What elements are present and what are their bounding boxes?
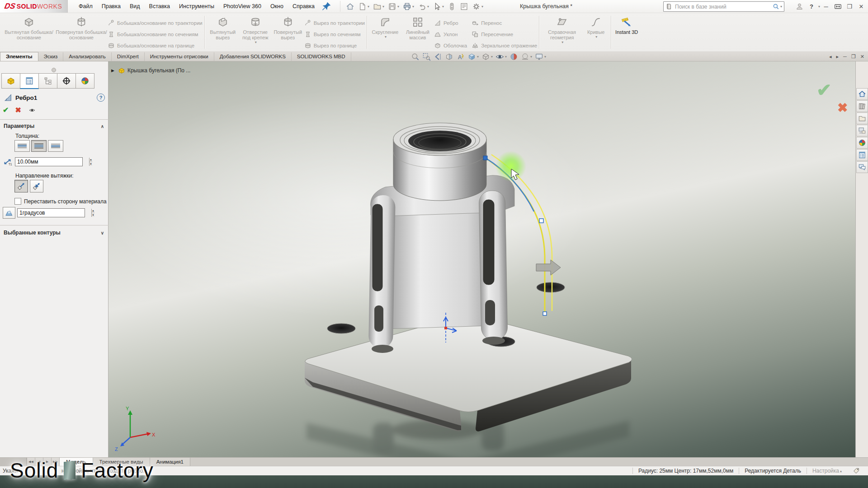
ok-button[interactable]: ✔ — [3, 106, 9, 114]
thickness-both-button[interactable] — [31, 140, 47, 152]
swept-boss-button[interactable]: Бобышка/основание по траектории — [108, 17, 203, 28]
linear-pattern-button[interactable]: Линейный массив — [401, 15, 434, 40]
user-account-button[interactable] — [794, 0, 806, 12]
taskpane-home-button[interactable] — [856, 88, 868, 100]
thickness-input[interactable] — [15, 159, 89, 165]
graphics-viewport[interactable]: Y X Z ▶ Крышка бугельная (По ... ✔ ✖ — [108, 61, 855, 457]
taskpane-design-library-button[interactable] — [856, 113, 868, 124]
3d-model-scene[interactable]: Y X Z — [108, 61, 855, 457]
confirm-cancel-button[interactable]: ✖ — [837, 100, 848, 115]
menu-insert[interactable]: Вставка — [145, 0, 175, 13]
lofted-cut-button[interactable]: Вырез по сечениям — [304, 28, 365, 40]
zoom-to-fit-button[interactable] — [411, 52, 420, 61]
3d-model[interactable] — [305, 123, 632, 432]
doc-minimize-button[interactable]: ─ — [843, 52, 847, 61]
doc-close-button[interactable]: ✕ — [860, 52, 864, 61]
tab-dimxpert[interactable]: DimXpert — [112, 52, 145, 61]
doc-back-button[interactable]: ◂ — [829, 52, 832, 61]
previous-view-button[interactable] — [434, 52, 442, 61]
flyout-tree-arrow-icon[interactable]: ▶ — [111, 68, 114, 73]
doc-restore-button[interactable]: ❒ — [851, 52, 856, 61]
menu-file[interactable]: Файл — [74, 0, 97, 13]
tab-addins[interactable]: Добавления SOLIDWORKS — [214, 52, 292, 61]
drag-arrow-handle[interactable] — [536, 260, 561, 275]
zoom-to-area-button[interactable] — [422, 52, 431, 61]
hole-wizard-button[interactable]: Отверстие под крепеж ▾ — [239, 15, 272, 44]
configuration-manager-tab[interactable] — [38, 73, 57, 89]
status-tag-button[interactable] — [847, 468, 865, 474]
pushpin-icon[interactable] — [321, 1, 332, 12]
help-circle-button[interactable]: ? — [97, 94, 105, 102]
view-settings-button[interactable]: ▾ — [535, 52, 546, 61]
draft-button[interactable]: Уклон — [434, 28, 467, 40]
move-button[interactable]: Перенос — [472, 17, 537, 28]
options-button[interactable]: ▾ — [471, 1, 485, 12]
mirror-button[interactable]: Зеркальное отражение — [472, 40, 537, 51]
search-scope-caret[interactable]: ▾ — [780, 5, 782, 9]
thickness-side1-button[interactable] — [14, 140, 30, 152]
apply-scene-button[interactable]: ▾ — [521, 52, 532, 61]
thickness-spinner[interactable]: ▲▼ — [89, 158, 92, 166]
tab-evaluate[interactable]: Анализировать — [63, 52, 111, 61]
select-button[interactable]: ▾ — [431, 1, 445, 12]
panel-splitter-handle[interactable] — [52, 68, 56, 72]
revolved-boss-button[interactable]: Повернутая бобышка/основание — [55, 15, 108, 40]
draft-toggle-button[interactable] — [3, 207, 15, 219]
new-document-button[interactable]: ▾ — [357, 1, 371, 12]
minimize-button[interactable]: ─ — [820, 0, 832, 12]
display-manager-tab[interactable] — [75, 73, 94, 89]
lofted-boss-button[interactable]: Бобышка/основание по сечениям — [108, 28, 203, 40]
restore-button[interactable]: ❒ — [844, 0, 855, 12]
tab-mbd[interactable]: SOLIDWORKS MBD — [292, 52, 351, 61]
cancel-feature-button[interactable]: ✖ — [15, 106, 21, 114]
status-customize[interactable]: Настройка ▴ — [807, 468, 847, 474]
taskpane-forum-button[interactable] — [856, 161, 868, 173]
curves-button[interactable]: Кривые ▾ — [583, 15, 609, 39]
spline-handle[interactable] — [543, 312, 547, 315]
fillet-button[interactable]: Скругление ▾ — [369, 15, 401, 39]
dimxpert-manager-tab[interactable] — [57, 73, 76, 89]
instant3d-button[interactable]: Instant 3D — [613, 15, 640, 35]
taskpane-properties-button[interactable] — [856, 149, 868, 161]
boundary-boss-button[interactable]: Бобышка/основание на границе — [108, 40, 203, 51]
taskpane-resources-button[interactable] — [856, 100, 868, 112]
confirm-ok-button[interactable]: ✔ — [816, 80, 832, 100]
help-button[interactable]: ? — [806, 0, 817, 12]
rebuild-button[interactable] — [446, 1, 458, 12]
shell-button[interactable]: Оболочка — [434, 40, 467, 51]
close-button[interactable]: ✕ — [855, 0, 867, 12]
menu-window[interactable]: Окно — [266, 0, 288, 13]
breadcrumb[interactable]: ▶ Крышка бугельная (По ... — [111, 67, 190, 74]
menu-view[interactable]: Вид — [125, 0, 145, 13]
open-button[interactable]: ▾ — [372, 1, 386, 12]
menu-edit[interactable]: Правка — [97, 0, 125, 13]
save-button[interactable]: ▾ — [387, 1, 401, 12]
tab-sketch[interactable]: Эскиз — [38, 52, 64, 61]
draft-input[interactable] — [18, 210, 91, 216]
parameters-section-header[interactable]: Параметры ∧ — [4, 123, 104, 129]
direction-parallel-button[interactable] — [14, 180, 28, 192]
span-displays-button[interactable] — [832, 0, 844, 12]
boundary-cut-button[interactable]: Вырез по границе — [304, 40, 365, 51]
undo-button[interactable]: ▾ — [416, 1, 430, 12]
tab-sketch-tools[interactable]: Инструменты отрисовки — [145, 52, 214, 61]
home-button[interactable] — [344, 1, 356, 12]
tab-animation[interactable]: Анимация1 — [150, 458, 190, 466]
section-view-button[interactable] — [445, 52, 453, 61]
intersect-button[interactable]: Пересечение — [472, 28, 537, 40]
property-manager-tab[interactable] — [20, 73, 39, 89]
revolved-cut-button[interactable]: Повернутый вырез — [272, 15, 304, 40]
rib-button[interactable]: Ребро — [434, 17, 467, 28]
search-icon[interactable] — [773, 3, 779, 10]
spline-handle[interactable] — [539, 219, 543, 223]
direction-normal-button[interactable] — [30, 180, 43, 192]
swept-cut-button[interactable]: Вырез по траектории — [304, 17, 365, 28]
edit-appearance-button[interactable] — [509, 52, 518, 61]
menu-photoview[interactable]: PhotoView 360 — [219, 0, 266, 13]
spline-handle[interactable] — [483, 156, 487, 160]
extruded-cut-button[interactable]: Вытянутый вырез — [207, 15, 239, 40]
taskpane-file-explorer-button[interactable] — [856, 125, 868, 136]
selected-contours-section-header[interactable]: Выбранные контуры ∨ — [4, 230, 104, 236]
print-button[interactable]: ▾ — [401, 1, 415, 12]
doc-forward-button[interactable]: ▸ — [836, 52, 839, 61]
